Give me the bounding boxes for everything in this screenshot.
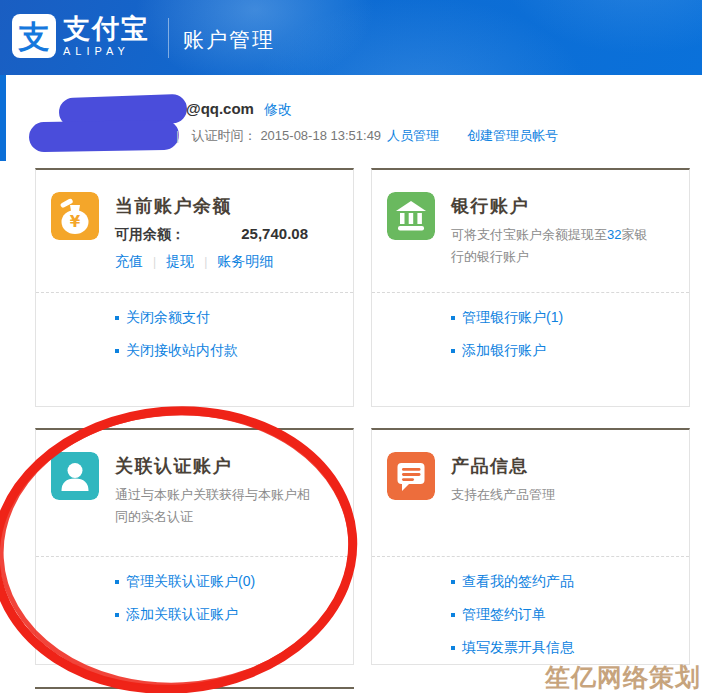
divider-pipe: | [153, 255, 156, 269]
list-item: 添加关联认证账户 [115, 605, 353, 624]
redaction-scribble-bottom [29, 120, 180, 153]
cert-time-label: 认证时间： [191, 127, 256, 145]
modify-email-link[interactable]: 修改 [264, 101, 292, 119]
bullet-square-icon [115, 316, 119, 320]
member-management-link[interactable]: 人员管理 [387, 127, 439, 145]
alipay-logo-glyph: 支 [19, 21, 50, 52]
create-admin-link[interactable]: 创建管理员帐号 [467, 127, 558, 145]
bank-icon [387, 192, 435, 240]
page-title: 账户管理 [183, 26, 275, 54]
svg-text:¥: ¥ [70, 213, 81, 231]
bullet-square-icon [451, 316, 455, 320]
account-cert-row: | 认证时间： 2015-08-18 13:51:49 人员管理 创建管理员帐号 [176, 127, 558, 145]
card-bank-desc: 可将支付宝账户余额提现至32家银行的银行账户 [451, 224, 655, 268]
list-item: 管理银行账户(1) [451, 308, 689, 327]
view-signed-products-link[interactable]: 查看我的签约产品 [462, 573, 574, 591]
card-product-links: 查看我的签约产品 管理签约订单 填写发票开具信息 [372, 556, 689, 657]
brand-block: 支付宝 ALIPAY [63, 15, 150, 57]
manage-signed-orders-link[interactable]: 管理签约订单 [462, 606, 546, 624]
card-linked-title: 关联认证账户 [115, 455, 335, 476]
invoice-info-link[interactable]: 填写发票开具信息 [462, 639, 574, 657]
card-linked-desc: 通过与本账户关联获得与本账户相同的实名认证 [115, 484, 319, 528]
account-email-row: @qq.com 修改 [186, 100, 292, 119]
card-bank-links: 管理银行账户(1) 添加银行账户 [372, 292, 689, 360]
header-divider [168, 18, 169, 58]
manage-bank-accounts-link[interactable]: 管理银行账户(1) [462, 309, 563, 327]
card-product-upper: 产品信息 支持在线产品管理 [372, 430, 689, 556]
card-bank: 银行账户 可将支付宝账户余额提现至32家银行的银行账户 管理银行账户(1) 添加… [371, 168, 690, 407]
card-bank-upper: 银行账户 可将支付宝账户余额提现至32家银行的银行账户 [372, 170, 689, 292]
card-balance-links: 关闭余额支付 关闭接收站内付款 [36, 292, 353, 360]
card-linked-accounts: 关联认证账户 通过与本账户关联获得与本账户相同的实名认证 管理关联认证账户(0)… [35, 428, 354, 665]
card-product-info: 产品信息 支持在线产品管理 查看我的签约产品 管理签约订单 填写发票开具信息 [371, 428, 690, 665]
card-product-title: 产品信息 [451, 455, 671, 476]
card-balance-title: 当前账户余额 [115, 195, 335, 216]
close-balance-pay-link[interactable]: 关闭余额支付 [126, 309, 210, 327]
watermark-text: 笙亿网络策划 [545, 661, 701, 693]
alipay-logo-icon[interactable]: 支 [12, 14, 56, 58]
bullet-square-icon [115, 613, 119, 617]
add-linked-account-link[interactable]: 添加关联认证账户 [126, 606, 238, 624]
card-product-desc: 支持在线产品管理 [451, 484, 655, 506]
list-item: 管理签约订单 [451, 605, 689, 624]
add-bank-account-link[interactable]: 添加银行账户 [462, 342, 546, 360]
divider-pipe: | [204, 255, 207, 269]
header-left-edge [0, 75, 6, 161]
cert-time-value: 2015-08-18 13:51:49 [260, 128, 381, 143]
manage-linked-accounts-link[interactable]: 管理关联认证账户(0) [126, 573, 255, 591]
balance-label: 可用余额： [115, 226, 185, 244]
balance-value: 25,740.08 [241, 225, 308, 242]
moneybag-icon: ¥ [51, 192, 99, 240]
next-card-partial [35, 687, 354, 693]
bullet-square-icon [115, 580, 119, 584]
list-item: 管理关联认证账户(0) [115, 572, 353, 591]
withdraw-link[interactable]: 提现 [166, 253, 194, 271]
brand-latin: ALIPAY [63, 45, 150, 57]
balance-row: 可用余额： 25,740.08 [115, 225, 308, 244]
list-item: 关闭余额支付 [115, 308, 353, 327]
recharge-link[interactable]: 充值 [115, 253, 143, 271]
message-doc-icon [387, 452, 435, 500]
balance-quick-links: 充值 | 提现 | 账务明细 [115, 253, 335, 271]
account-detail-link[interactable]: 账务明细 [217, 253, 273, 271]
card-linked-upper: 关联认证账户 通过与本账户关联获得与本账户相同的实名认证 [36, 430, 353, 556]
card-linked-links: 管理关联认证账户(0) 添加关联认证账户 [36, 556, 353, 624]
list-item: 填写发票开具信息 [451, 638, 689, 657]
bullet-square-icon [451, 580, 455, 584]
list-item: 添加银行账户 [451, 341, 689, 360]
close-onsite-payment-link[interactable]: 关闭接收站内付款 [126, 342, 238, 360]
bullet-square-icon [451, 613, 455, 617]
account-email-suffix: @qq.com [186, 100, 254, 117]
divider-pipe: | [176, 128, 179, 143]
bullet-square-icon [115, 349, 119, 353]
bullet-square-icon [451, 646, 455, 650]
card-balance-upper: ¥ 当前账户余额 可用余额： 25,740.08 充值 | 提现 | 账务明细 [36, 170, 353, 292]
app-header: 支 支付宝 ALIPAY 账户管理 [0, 0, 702, 75]
list-item: 查看我的签约产品 [451, 572, 689, 591]
card-balance: ¥ 当前账户余额 可用余额： 25,740.08 充值 | 提现 | 账务明细 … [35, 168, 354, 407]
bank-count-highlight: 32 [607, 227, 621, 242]
bullet-square-icon [451, 349, 455, 353]
brand-name: 支付宝 [63, 15, 150, 43]
list-item: 关闭接收站内付款 [115, 341, 353, 360]
bank-desc-before: 可将支付宝账户余额提现至 [451, 227, 607, 242]
card-bank-title: 银行账户 [451, 195, 671, 216]
person-icon [51, 452, 99, 500]
